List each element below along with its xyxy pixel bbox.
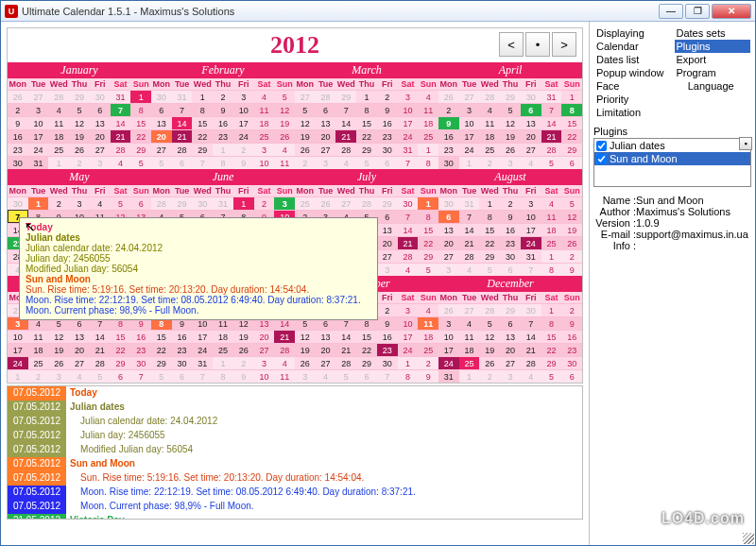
calendar-day[interactable]: 3 xyxy=(28,103,49,116)
calendar-day[interactable]: 9 xyxy=(377,316,398,330)
calendar-day[interactable]: 16 xyxy=(130,330,151,343)
calendar-day[interactable]: 27 xyxy=(500,356,521,369)
next-button[interactable]: > xyxy=(552,32,576,57)
calendar-day[interactable]: 26 xyxy=(295,356,316,369)
calendar-day[interactable]: 4 xyxy=(274,143,295,156)
calendar-day[interactable]: 2 xyxy=(28,369,49,383)
calendar-day[interactable]: 29 xyxy=(500,90,521,103)
calendar-day[interactable]: 2 xyxy=(254,196,275,210)
calendar-day[interactable]: 15 xyxy=(418,223,438,236)
calendar-day[interactable]: 6 xyxy=(172,369,193,383)
calendar-day[interactable]: 20 xyxy=(254,330,275,343)
settings-item[interactable]: Program xyxy=(675,66,751,79)
calendar-day[interactable]: 2 xyxy=(377,303,398,316)
calendar-day[interactable]: 5 xyxy=(151,156,172,169)
calendar-day[interactable]: 5 xyxy=(151,369,172,383)
calendar-day[interactable]: 27 xyxy=(377,249,398,263)
calendar-day[interactable]: 28 xyxy=(335,143,356,156)
calendar-day[interactable]: 3 xyxy=(48,369,69,383)
calendar-day[interactable]: 28 xyxy=(335,356,356,369)
calendar-day[interactable]: 30 xyxy=(377,143,398,156)
calendar-day[interactable]: 5 xyxy=(295,103,316,116)
calendar-day[interactable]: 15 xyxy=(130,116,151,129)
calendar-day[interactable]: 9 xyxy=(438,116,459,129)
calendar-day[interactable]: 26 xyxy=(316,196,336,210)
settings-item[interactable]: Popup window xyxy=(594,66,671,79)
calendar-day[interactable]: 8 xyxy=(130,103,151,116)
calendar-day[interactable]: 11 xyxy=(48,116,69,129)
calendar-day[interactable]: 10 xyxy=(254,369,275,383)
calendar-day[interactable]: 4 xyxy=(316,369,336,383)
calendar-day[interactable]: 20 xyxy=(90,129,111,143)
calendar-day[interactable]: 15 xyxy=(151,330,172,343)
calendar-day[interactable]: 18 xyxy=(418,330,438,343)
calendar-day[interactable]: 9 xyxy=(377,103,398,116)
calendar-day[interactable]: 2 xyxy=(561,303,582,316)
settings-item[interactable]: Displaying xyxy=(594,26,671,40)
calendar-day[interactable]: 21 xyxy=(172,129,193,143)
calendar-day[interactable]: 7 xyxy=(335,103,356,116)
calendar-day[interactable]: 30 xyxy=(172,356,193,369)
calendar-day[interactable]: 21 xyxy=(111,129,131,143)
calendar-day[interactable]: 10 xyxy=(233,103,254,116)
calendar-day[interactable]: 4 xyxy=(521,369,541,383)
calendar-day[interactable]: 2 xyxy=(418,356,438,369)
calendar-day[interactable]: 13 xyxy=(521,116,541,129)
calendar-day[interactable]: 23 xyxy=(130,343,151,356)
calendar-day[interactable]: 30 xyxy=(151,90,172,103)
calendar-day[interactable]: 4 xyxy=(335,156,356,169)
calendar-day[interactable]: 2 xyxy=(233,143,254,156)
calendar-day[interactable]: 25 xyxy=(295,196,316,210)
calendar-day[interactable]: 25 xyxy=(479,143,500,156)
calendar-day[interactable]: 2 xyxy=(233,356,254,369)
calendar-day[interactable]: 11 xyxy=(479,116,500,129)
calendar-day[interactable]: 28 xyxy=(479,90,500,103)
calendar-day[interactable]: 3 xyxy=(90,156,111,169)
calendar-day[interactable]: 21 xyxy=(521,343,541,356)
calendar-day[interactable]: 23 xyxy=(213,129,233,143)
calendar-day[interactable]: 31 xyxy=(172,90,193,103)
list-item[interactable]: 07.05.2012 Julian day: 2456055 xyxy=(8,429,582,443)
settings-tree[interactable]: DisplayingCalendarDates listPopup window… xyxy=(593,26,751,120)
calendar-day[interactable]: 13 xyxy=(438,223,459,236)
calendar-day[interactable]: 27 xyxy=(459,303,480,316)
calendar-day[interactable]: 11 xyxy=(459,330,480,343)
calendar-day[interactable]: 30 xyxy=(521,303,541,316)
calendar-day[interactable]: 5 xyxy=(479,316,500,330)
list-item[interactable]: 07.05.2012 Modified Julian day: 56054 xyxy=(8,443,582,457)
calendar-day[interactable]: 3 xyxy=(377,263,398,276)
calendar-day[interactable]: 5 xyxy=(479,263,500,276)
calendar-day[interactable]: 1 xyxy=(479,196,500,210)
calendar-day[interactable]: 19 xyxy=(561,223,582,236)
calendar-day[interactable]: 19 xyxy=(295,129,316,143)
calendar-day[interactable]: 17 xyxy=(398,116,419,129)
calendar-day[interactable]: 13 xyxy=(316,330,336,343)
calendar-day[interactable]: 3 xyxy=(274,196,295,210)
calendar-day[interactable]: 21 xyxy=(90,343,111,356)
calendar-day[interactable]: 29 xyxy=(130,143,151,156)
calendar-day[interactable]: 3 xyxy=(254,356,275,369)
calendar-day[interactable]: 4 xyxy=(541,196,562,210)
calendar-day[interactable]: 17 xyxy=(192,330,213,343)
calendar-day[interactable]: 17 xyxy=(521,223,541,236)
calendar-day[interactable]: 30 xyxy=(192,196,213,210)
calendar-day[interactable]: 25 xyxy=(254,129,275,143)
calendar-day[interactable]: 30 xyxy=(561,356,582,369)
calendar-day[interactable]: 8 xyxy=(213,156,233,169)
calendar-day[interactable]: 19 xyxy=(233,330,254,343)
calendar-day[interactable]: 29 xyxy=(151,356,172,369)
calendar-day[interactable]: 10 xyxy=(459,116,480,129)
calendar-day[interactable]: 8 xyxy=(541,316,562,330)
calendar-day[interactable]: 16 xyxy=(438,129,459,143)
calendar-day[interactable]: 18 xyxy=(213,330,233,343)
calendar-day[interactable]: 2 xyxy=(438,103,459,116)
calendar-day[interactable]: 10 xyxy=(398,103,419,116)
calendar-day[interactable]: 17 xyxy=(233,116,254,129)
settings-item[interactable]: Limitation xyxy=(594,106,671,119)
calendar-day[interactable]: 23 xyxy=(500,236,521,249)
calendar-day[interactable]: 18 xyxy=(254,116,275,129)
calendar-day[interactable]: 8 xyxy=(541,263,562,276)
calendar-day[interactable]: 27 xyxy=(295,90,316,103)
calendar-day[interactable]: 8 xyxy=(192,103,213,116)
calendar-day[interactable]: 9 xyxy=(561,316,582,330)
